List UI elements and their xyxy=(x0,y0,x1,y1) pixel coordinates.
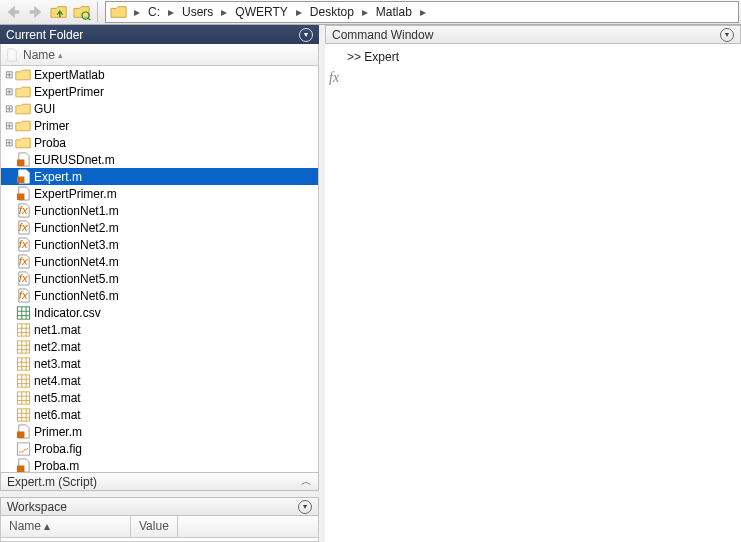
file-icon xyxy=(15,390,31,405)
file-icon xyxy=(15,186,31,201)
file-row[interactable]: net2.mat xyxy=(1,338,318,355)
chevron-right-icon[interactable]: ▸ xyxy=(360,5,370,19)
back-button[interactable] xyxy=(2,1,24,23)
file-row[interactable]: net6.mat xyxy=(1,406,318,423)
svg-text:fx: fx xyxy=(18,272,27,284)
file-row[interactable]: Indicator.csv xyxy=(1,304,318,321)
file-name: ExpertMatlab xyxy=(34,68,105,82)
folder-icon xyxy=(15,84,31,99)
file-name: FunctionNet3.m xyxy=(34,238,119,252)
expand-icon[interactable]: ⊞ xyxy=(3,103,15,114)
chevron-right-icon[interactable]: ▸ xyxy=(166,5,176,19)
expand-icon[interactable]: ⊞ xyxy=(3,69,15,80)
file-icon xyxy=(15,169,31,184)
file-row[interactable]: ExpertPrimer.m xyxy=(1,185,318,202)
file-row[interactable]: net5.mat xyxy=(1,389,318,406)
file-row[interactable]: Primer.m xyxy=(1,423,318,440)
expand-icon[interactable]: ⊞ xyxy=(3,137,15,148)
panel-title: Current Folder xyxy=(6,28,299,42)
command-prompt: >> xyxy=(347,50,361,64)
file-column-header[interactable]: Name ▴ xyxy=(0,44,319,66)
workspace-col-name[interactable]: Name ▴ xyxy=(1,516,131,537)
workspace-col-value[interactable]: Value xyxy=(131,516,178,537)
path-breadcrumb[interactable]: ▸ C:▸Users▸QWERTY▸Desktop▸Matlab▸ xyxy=(105,1,739,23)
file-row[interactable]: fxFunctionNet1.m xyxy=(1,202,318,219)
chevron-up-icon[interactable]: ︿ xyxy=(301,474,312,489)
file-icon: fx xyxy=(15,288,31,303)
file-row[interactable]: fxFunctionNet3.m xyxy=(1,236,318,253)
file-row[interactable]: Expert.m xyxy=(1,168,318,185)
breadcrumb-segment[interactable]: C: xyxy=(142,5,166,19)
file-row[interactable]: EURUSDnet.m xyxy=(1,151,318,168)
file-name: FunctionNet1.m xyxy=(34,204,119,218)
file-row[interactable]: Proba.m xyxy=(1,457,318,472)
panel-menu-button[interactable]: ▾ xyxy=(299,28,313,42)
document-icon xyxy=(5,48,19,62)
file-icon xyxy=(15,152,31,167)
command-window-body[interactable]: >> Expert fx xyxy=(325,44,741,542)
breadcrumb-segment[interactable]: Desktop xyxy=(304,5,360,19)
file-name: FunctionNet4.m xyxy=(34,255,119,269)
file-icon xyxy=(15,339,31,354)
sort-ascending-icon: ▴ xyxy=(58,50,63,60)
file-icon xyxy=(15,356,31,371)
file-icon xyxy=(15,441,31,456)
panel-menu-button[interactable]: ▾ xyxy=(720,28,734,42)
expand-icon[interactable]: ⊞ xyxy=(3,86,15,97)
file-name: Primer xyxy=(34,119,69,133)
svg-rect-15 xyxy=(17,391,29,403)
sort-ascending-icon: ▴ xyxy=(44,519,50,533)
current-folder-header[interactable]: Current Folder ▾ xyxy=(0,25,319,44)
browse-folder-button[interactable] xyxy=(71,1,93,23)
file-row[interactable]: net3.mat xyxy=(1,355,318,372)
workspace-header[interactable]: Workspace ▾ xyxy=(0,497,319,516)
file-row[interactable]: fxFunctionNet6.m xyxy=(1,287,318,304)
file-icon xyxy=(15,424,31,439)
file-icon xyxy=(15,322,31,337)
file-row[interactable]: ⊞ExpertPrimer xyxy=(1,83,318,100)
file-row[interactable]: fxFunctionNet2.m xyxy=(1,219,318,236)
breadcrumb-segment[interactable]: QWERTY xyxy=(229,5,293,19)
file-icon: fx xyxy=(15,254,31,269)
column-name-label: Name xyxy=(23,48,55,62)
file-row[interactable]: fxFunctionNet4.m xyxy=(1,253,318,270)
file-name: Proba xyxy=(34,136,66,150)
file-row[interactable]: ⊞ExpertMatlab xyxy=(1,66,318,83)
file-row[interactable]: Proba.fig xyxy=(1,440,318,457)
command-input-text: Expert xyxy=(364,50,399,64)
file-icon: fx xyxy=(15,220,31,235)
command-window-header[interactable]: Command Window ▾ xyxy=(325,25,741,44)
breadcrumb-segment[interactable]: Users xyxy=(176,5,219,19)
up-folder-button[interactable] xyxy=(48,1,70,23)
file-icon: fx xyxy=(15,203,31,218)
svg-rect-17 xyxy=(16,432,24,439)
panel-menu-button[interactable]: ▾ xyxy=(298,500,312,514)
folder-icon xyxy=(110,4,128,20)
file-row[interactable]: ⊞Proba xyxy=(1,134,318,151)
workspace-body[interactable] xyxy=(0,538,319,542)
file-name: Proba.m xyxy=(34,459,79,473)
svg-rect-11 xyxy=(17,323,29,335)
file-icon: fx xyxy=(15,237,31,252)
file-row[interactable]: net4.mat xyxy=(1,372,318,389)
details-footer[interactable]: Expert.m (Script) ︿ xyxy=(0,472,319,491)
file-row[interactable]: net1.mat xyxy=(1,321,318,338)
forward-button[interactable] xyxy=(25,1,47,23)
chevron-right-icon[interactable]: ▸ xyxy=(294,5,304,19)
chevron-right-icon[interactable]: ▸ xyxy=(219,5,229,19)
chevron-right-icon[interactable]: ▸ xyxy=(418,5,428,19)
breadcrumb-segment[interactable]: Matlab xyxy=(370,5,418,19)
file-row[interactable]: ⊞Primer xyxy=(1,117,318,134)
address-toolbar: ▸ C:▸Users▸QWERTY▸Desktop▸Matlab▸ xyxy=(0,0,741,25)
svg-rect-14 xyxy=(17,374,29,386)
fx-insert-icon[interactable]: fx xyxy=(329,70,339,86)
file-list[interactable]: ⊞ExpertMatlab⊞ExpertPrimer⊞GUI⊞Primer⊞Pr… xyxy=(0,66,319,472)
folder-icon xyxy=(15,101,31,116)
svg-rect-12 xyxy=(17,340,29,352)
file-row[interactable]: ⊞GUI xyxy=(1,100,318,117)
svg-rect-2 xyxy=(16,177,24,184)
file-row[interactable]: fxFunctionNet5.m xyxy=(1,270,318,287)
file-name: Expert.m xyxy=(34,170,82,184)
expand-icon[interactable]: ⊞ xyxy=(3,120,15,131)
chevron-right-icon[interactable]: ▸ xyxy=(132,5,142,19)
